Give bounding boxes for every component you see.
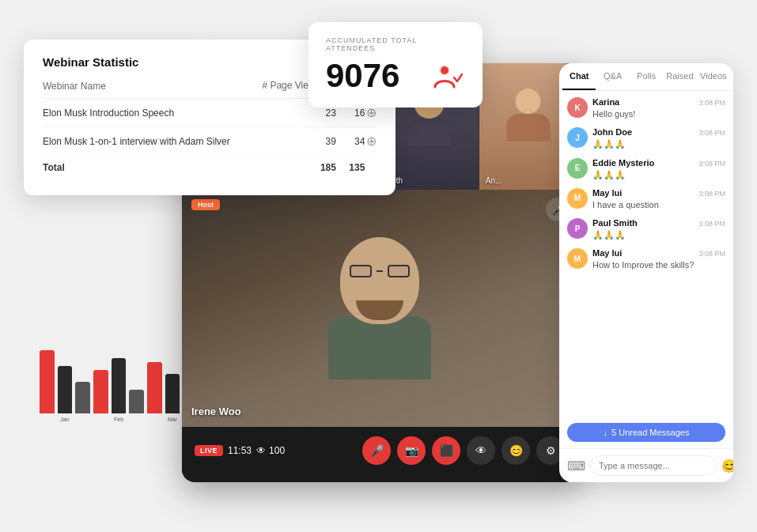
bar-red (93, 370, 108, 413)
tab-chat[interactable]: Chat (562, 63, 596, 90)
tab-raised[interactable]: Raised (663, 63, 696, 90)
live-label: LIVE (195, 445, 223, 456)
chat-message: M May lui 3:08 PM I have a question (567, 188, 725, 210)
keyboard-icon: ⌨ (567, 458, 585, 474)
row-total: 135 (336, 156, 365, 180)
row-action (365, 156, 377, 180)
message-body: John Doe 3:08 PM 🙏🙏🙏 (592, 127, 725, 149)
chat-input-row: ⌨ 😊 (559, 448, 733, 482)
shirt (328, 316, 431, 379)
message-text: 🙏🙏🙏 (592, 229, 725, 240)
message-input[interactable] (590, 455, 717, 476)
avatar: K (567, 97, 588, 118)
row-views: 185 (253, 156, 336, 180)
message-text: 🙏🙏🙏 (592, 138, 725, 149)
bar-dark (112, 358, 127, 413)
controls-bar: LIVE 11:53 👁 100 🎤 📷 ⬛ 👁 😊 ⚙ (182, 427, 577, 474)
message-text: 🙏🙏🙏 (592, 169, 725, 180)
participant-4-name: An... (486, 176, 502, 185)
tab-videos[interactable]: Videos (697, 63, 730, 90)
message-time: 3:08 PM (698, 220, 725, 228)
svg-point-1 (441, 66, 449, 74)
bar-red (147, 362, 162, 413)
avatar: P (567, 218, 588, 239)
row-action[interactable]: ⊕ (365, 127, 377, 156)
chat-message: M May lui 3:08 PM How to Improve the ski… (567, 248, 725, 270)
avatar: M (567, 188, 588, 209)
message-sender: Eddie Mysterio (592, 158, 654, 168)
attendees-count-row: 9076 (326, 58, 465, 93)
speaker-name: Irene Woo (191, 406, 241, 417)
row-total: 34 (336, 127, 365, 156)
attendees-count: 9076 (326, 59, 399, 92)
row-name: Total (43, 156, 253, 180)
message-sender: John Doe (592, 127, 632, 137)
message-time: 3:08 PM (698, 190, 725, 198)
bar-label: Feb (93, 417, 144, 422)
beard (356, 300, 403, 320)
avatar: M (567, 248, 588, 269)
screen-share-button[interactable]: ⬛ (432, 436, 460, 465)
bar-mid (129, 390, 144, 413)
attendees-label: ACCUMULATED TOTAL ATTENDEES (326, 36, 465, 52)
chat-messages-list: K Karina 3:08 PM Hello guys! J John Doe … (559, 91, 733, 423)
message-body: Paul Smith 3:08 PM 🙏🙏🙏 (592, 218, 725, 240)
eye-icon: 👁 (256, 445, 266, 456)
unread-messages-banner[interactable]: ↓ 5 Unread Messages (567, 423, 725, 442)
message-sender: Karina (592, 97, 619, 107)
bar-label: Jan (40, 417, 90, 422)
emoji-reaction-button[interactable]: 😊 (502, 436, 530, 465)
live-badge: LIVE 11:53 👁 100 (195, 445, 285, 456)
arrow-down-icon: ↓ (604, 428, 608, 437)
timer: 11:53 (228, 445, 252, 456)
row-name: Elon Musk 1-on-1 interview with Adam Sil… (43, 127, 253, 156)
avatar: E (567, 158, 588, 179)
bar-chart: JanFebMar (40, 334, 198, 437)
bar-mid (75, 382, 90, 413)
attendees-card: ACCUMULATED TOTAL ATTENDEES 9076 (308, 22, 483, 108)
message-text: Hello guys! (592, 108, 725, 119)
glasses-bridge (377, 270, 383, 272)
tab-qa[interactable]: Q&A (596, 63, 629, 90)
tab-polls[interactable]: Polls (630, 63, 663, 90)
message-sender: May lui (592, 188, 622, 198)
message-time: 3:08 PM (698, 160, 725, 168)
table-row: Total 185 135 (43, 156, 377, 180)
table-row: Elon Musk 1-on-1 interview with Adam Sil… (43, 127, 377, 156)
row-name: Elon Musk Introduction Speech (43, 99, 253, 127)
control-buttons[interactable]: 🎤 📷 ⬛ 👁 😊 ⚙ (362, 436, 565, 465)
chat-message: K Karina 3:08 PM Hello guys! (567, 97, 725, 119)
chat-message: J John Doe 3:08 PM 🙏🙏🙏 (567, 127, 725, 149)
main-speaker-view: Host Irene Woo 🎤 (182, 190, 577, 427)
message-text: I have a question (592, 199, 725, 210)
host-badge: Host (191, 199, 220, 210)
glasses (340, 265, 419, 277)
message-body: Eddie Mysterio 3:08 PM 🙏🙏🙏 (592, 158, 725, 180)
message-sender: Paul Smith (592, 218, 638, 228)
mute-button[interactable]: 🎤 (362, 436, 391, 465)
video-button[interactable]: 📷 (397, 436, 426, 465)
message-text: How to Improve the skills? (592, 259, 725, 270)
chat-panel: Chat Q&A Polls Raised Videos K Karina 3:… (559, 63, 733, 482)
chat-message: P Paul Smith 3:08 PM 🙏🙏🙏 (567, 218, 725, 240)
message-body: May lui 3:08 PM I have a question (592, 188, 725, 210)
chart-bars (40, 334, 198, 413)
avatar: J (567, 127, 588, 148)
chart-labels: JanFebMar (40, 417, 198, 422)
message-time: 3:08 PM (698, 250, 725, 258)
bar-dark (165, 374, 180, 413)
message-body: May lui 3:08 PM How to Improve the skill… (592, 248, 725, 270)
bar-dark (58, 366, 73, 413)
message-sender: May lui (592, 248, 622, 258)
speaker-head (340, 237, 419, 324)
left-glass (350, 265, 372, 277)
chat-tabs[interactable]: Chat Q&A Polls Raised Videos (559, 63, 733, 91)
emoji-picker-button[interactable]: 😊 (721, 458, 733, 474)
chat-message: E Eddie Mysterio 3:08 PM 🙏🙏🙏 (567, 158, 725, 180)
message-time: 3:08 PM (698, 99, 725, 107)
eye-button[interactable]: 👁 (467, 436, 495, 465)
row-views: 39 (253, 127, 336, 156)
message-time: 3:08 PM (698, 129, 725, 137)
viewer-count: 👁 100 (256, 445, 285, 456)
speaker-figure (328, 237, 431, 379)
